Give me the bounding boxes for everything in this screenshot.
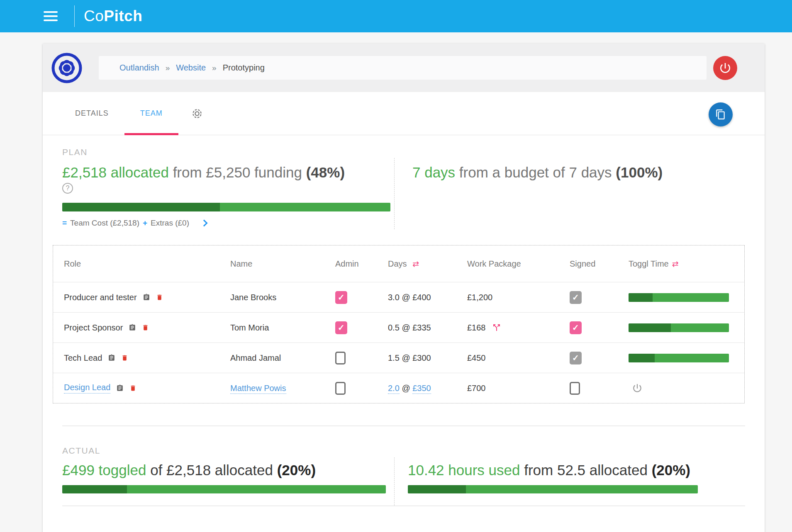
close-project-button[interactable] [713, 56, 737, 80]
app-logo[interactable]: CoPitch [84, 7, 142, 25]
sort-toggl-icon[interactable]: ⇄ [672, 259, 679, 269]
work-package-cell: £1,200 [467, 293, 570, 302]
toggl-power-icon[interactable] [632, 383, 643, 394]
extras-label: Extras (£0) [151, 219, 189, 228]
table-row: Design Lead Matthew Powis 2.0 @ £350 £70… [53, 373, 744, 403]
progress-filled [62, 203, 220, 211]
trash-icon[interactable] [142, 323, 149, 332]
admin-checkbox[interactable] [335, 291, 347, 304]
actual-money-progressbar [62, 485, 386, 493]
role-cell: Producer and tester [53, 293, 230, 302]
role-cell: Project Sponsor [53, 323, 230, 333]
days-at: @ [402, 353, 410, 362]
sort-days-icon[interactable]: ⇄ [412, 260, 419, 268]
gear-icon [191, 107, 203, 120]
tabs-bar: DETAILS TEAM [43, 92, 765, 135]
column-header-signed: Signed [570, 259, 629, 269]
toggl-progressbar [629, 323, 729, 332]
admin-checkbox[interactable] [335, 321, 347, 334]
menu-icon[interactable] [44, 11, 58, 21]
trash-icon[interactable] [121, 354, 128, 362]
hours-used: 10.42 hours used [408, 462, 520, 478]
days-at: @ [402, 384, 410, 393]
plus-sign: + [143, 219, 147, 228]
actual-column-divider [394, 457, 395, 505]
toggl-progressbar [629, 293, 729, 302]
days-qty: 0.5 [388, 323, 400, 332]
topbar-divider [74, 5, 75, 27]
admin-checkbox[interactable] [335, 352, 346, 364]
admin-checkbox[interactable] [335, 382, 346, 395]
tab-settings-gear[interactable] [191, 92, 203, 135]
actual-section: £499 toggled of £2,518 allocated (20%) 1… [62, 456, 765, 493]
table-header-row: Role Name Admin Days ⇄ Work Package Sign… [53, 245, 744, 282]
days-qty-link[interactable]: 2.0 [388, 384, 400, 394]
days-used: 7 days [412, 164, 455, 180]
clipboard-icon[interactable] [108, 354, 115, 362]
progress-remaining [466, 485, 698, 493]
tab-team[interactable]: TEAM [124, 92, 178, 135]
toggl-header-label: Toggl Time [629, 259, 669, 269]
tab-details[interactable]: DETAILS [59, 92, 124, 135]
card-header: Outlandish » Website » Prototyping [43, 44, 765, 92]
plan-days-headline: 7 days from a budget of 7 days (100%) [412, 164, 702, 181]
call-split-icon[interactable] [492, 323, 502, 333]
days-rate-link[interactable]: £350 [412, 384, 431, 394]
days-qty: 1.5 [388, 353, 400, 362]
column-header-work-package: Work Package [467, 259, 570, 269]
admin-cell [335, 382, 388, 395]
allocated-amount: £2,518 allocated [62, 164, 169, 180]
column-header-name: Name [230, 259, 335, 269]
hours-percent: (20%) [652, 462, 690, 478]
column-header-admin: Admin [335, 259, 388, 269]
column-header-days[interactable]: Days ⇄ [388, 259, 467, 269]
work-package-cell: £168 [467, 323, 570, 333]
help-icon[interactable]: ? [62, 183, 73, 194]
work-package-amount: £168 [467, 323, 486, 333]
breadcrumb-link-outlandish[interactable]: Outlandish [119, 63, 159, 73]
table-row: Tech Lead Ahmad Jamal 1.5 @ £300 £450 [53, 343, 744, 373]
actual-hours-progressbar [408, 485, 698, 493]
toggl-filled [629, 293, 653, 302]
plan-days-column: 7 days from a budget of 7 days (100%) [412, 157, 702, 228]
signed-checkbox[interactable] [570, 321, 582, 334]
toggl-cell [629, 354, 744, 362]
team-cost-label: Team Cost (£2,518) [70, 219, 139, 228]
clipboard-icon[interactable] [116, 384, 124, 392]
duplicate-button[interactable] [709, 102, 733, 126]
clipboard-icon[interactable] [129, 323, 136, 332]
days-cell: 0.5 @ £335 [388, 323, 467, 333]
hours-allocated: from 52.5 allocated [524, 462, 648, 478]
column-header-toggl-time[interactable]: Toggl Time ⇄ [629, 259, 744, 269]
plan-section: £2,518 allocated from £5,250 funding (48… [62, 157, 765, 228]
progress-remaining [127, 485, 386, 493]
toggl-cell [629, 293, 744, 302]
days-rate: £400 [412, 293, 431, 302]
plan-funding-headline: £2,518 allocated from £5,250 funding (48… [62, 164, 390, 181]
signed-checkbox[interactable] [570, 382, 580, 395]
table-row: Project Sponsor Tom Moria 0.5 @ £335 £16… [53, 312, 744, 343]
tab-active-underline [124, 133, 178, 135]
role-link[interactable]: Design Lead [64, 383, 110, 394]
toggl-filled [629, 323, 671, 332]
brand-pitch: Pitch [104, 7, 142, 24]
plan-column-divider [394, 158, 395, 229]
help-glyph: ? [66, 185, 70, 192]
trash-icon[interactable] [156, 293, 163, 301]
toggl-cell [629, 383, 744, 394]
days-qty: 3.0 [388, 293, 400, 302]
days-cell: 3.0 @ £400 [388, 293, 467, 302]
money-percent: (20%) [277, 462, 316, 478]
signed-cell [570, 382, 629, 395]
signed-checkbox[interactable] [570, 291, 582, 304]
name-cell: Jane Brooks [230, 293, 335, 302]
actual-hours-column: 10.42 hours used from 52.5 allocated (20… [408, 456, 698, 493]
signed-cell [570, 352, 629, 364]
trash-icon[interactable] [129, 384, 136, 392]
days-at: @ [402, 323, 410, 332]
expand-chevron-icon[interactable] [201, 220, 208, 227]
clipboard-icon[interactable] [143, 293, 150, 301]
signed-checkbox[interactable] [570, 352, 582, 364]
breadcrumb-link-website[interactable]: Website [176, 63, 206, 73]
name-link[interactable]: Matthew Powis [230, 384, 286, 394]
